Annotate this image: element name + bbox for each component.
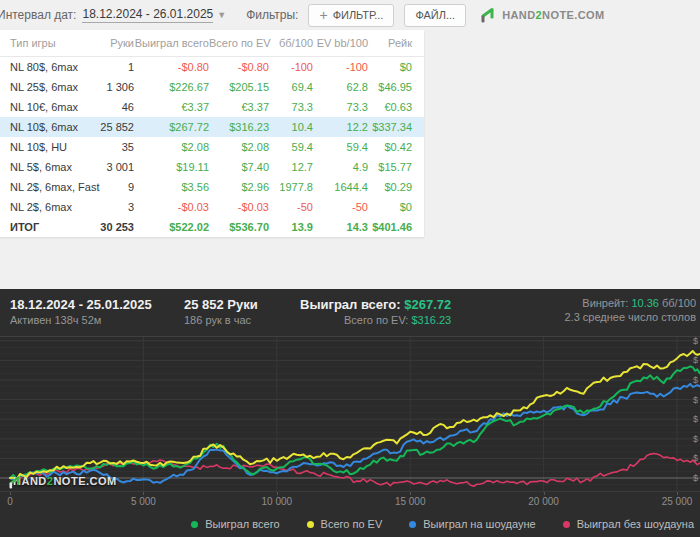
table-cell: 14.3 bbox=[313, 217, 368, 237]
legend-item[interactable]: Выиграл на шоудауне bbox=[409, 518, 535, 530]
table-cell: 1 bbox=[78, 57, 134, 77]
stats-table: Тип игрыРукиВыиграл всегоВсего по EVбб/1… bbox=[0, 30, 424, 237]
table-row[interactable]: NL 80$, 6max1-$0.80-$0.80-100-100$0 bbox=[0, 57, 424, 77]
table-cell: $267.72 bbox=[134, 117, 209, 137]
x-axis-label: 10 000 bbox=[262, 496, 293, 507]
column-header[interactable]: Выиграл всего bbox=[134, 30, 209, 56]
hand2note-logo[interactable]: HAND2NOTE.COM bbox=[480, 7, 604, 24]
table-cell: €3.37 bbox=[134, 97, 209, 117]
table-cell: NL 80$, 6max bbox=[0, 57, 78, 77]
table-cell: 1977.8 bbox=[269, 177, 313, 197]
svg-text:$: $ bbox=[693, 473, 698, 483]
top-toolbar: Интервал дат: 18.12.2024 - 26.01.2025 ▼ … bbox=[0, 0, 700, 30]
table-row[interactable]: NL 5$, 6max3 001$19.11$7.4012.74.9$15.77 bbox=[0, 157, 424, 177]
stats-table-rows: NL 80$, 6max1-$0.80-$0.80-100-100$0NL 25… bbox=[0, 57, 424, 237]
table-cell: -$0.80 bbox=[134, 57, 209, 77]
table-cell: $2.96 bbox=[209, 177, 269, 197]
table-cell: -50 bbox=[269, 197, 313, 217]
x-axis-label: 20 000 bbox=[528, 496, 559, 507]
column-header[interactable]: Всего по EV bbox=[209, 30, 269, 56]
session-date-range: 18.12.2024 - 25.01.2025 bbox=[10, 296, 168, 313]
table-row[interactable]: NL 2$, 6max, Fast9$3.56$2.961977.81644.4… bbox=[0, 177, 424, 197]
table-cell: 9 bbox=[78, 177, 134, 197]
chart-xaxis: 05 00010 00015 00020 00025 000 bbox=[0, 493, 700, 511]
column-header[interactable]: Руки bbox=[78, 30, 134, 56]
table-cell: $15.77 bbox=[368, 157, 424, 177]
stats-table-header: Тип игрыРукиВыиграл всегоВсего по EVбб/1… bbox=[0, 30, 424, 57]
legend-dot-icon bbox=[563, 521, 570, 528]
winrate-label: Винрейт: bbox=[582, 297, 628, 309]
x-axis-label: 15 000 bbox=[395, 496, 426, 507]
filters-label: Фильтры: bbox=[246, 8, 298, 22]
brand-text: HAND2NOTE.COM bbox=[502, 9, 604, 21]
legend-item[interactable]: Всего по EV bbox=[307, 518, 383, 530]
axis-tick bbox=[677, 492, 678, 495]
date-interval-dropdown[interactable]: 18.12.2024 - 26.01.2025 bbox=[82, 7, 213, 23]
legend-dot-icon bbox=[409, 521, 416, 528]
table-row[interactable]: NL 10€, 6max46€3.37€3.3773.373.3€0.63 bbox=[0, 97, 424, 117]
table-cell: $3.56 bbox=[134, 177, 209, 197]
winnings-block: Выиграл всего: $267.72 Всего по EV: $316… bbox=[300, 296, 451, 327]
ev-total-label: Всего по EV: bbox=[344, 314, 408, 326]
table-row[interactable]: NL 25$, 6max1 306$226.67$205.1569.462.8$… bbox=[0, 77, 424, 97]
x-axis-label: 25 000 bbox=[662, 496, 693, 507]
table-cell: $46.95 bbox=[368, 77, 424, 97]
table-cell: $205.15 bbox=[209, 77, 269, 97]
date-interval-label: Интервал дат: bbox=[0, 8, 76, 22]
ev-total-value: $316.23 bbox=[411, 314, 451, 326]
table-cell: 25 852 bbox=[78, 117, 134, 137]
table-total-row[interactable]: ИТОГ30 253$522.02$536.7013.914.3$401.46 bbox=[0, 217, 424, 237]
table-cell: NL 10$, 6max bbox=[0, 117, 78, 137]
table-cell: -$0.80 bbox=[209, 57, 269, 77]
watermark-text: HAND2NOTE.COM bbox=[13, 475, 117, 487]
hands-count: 25 852 Руки bbox=[184, 296, 276, 313]
x-axis-label: 0 bbox=[7, 496, 13, 507]
table-cell: €3.37 bbox=[209, 97, 269, 117]
table-row[interactable]: NL 10$, HU35$2.08$2.0859.459.4$0.42 bbox=[0, 137, 424, 157]
table-cell: NL 10$, HU bbox=[0, 137, 78, 157]
legend-item[interactable]: Выиграл без шоудауна bbox=[563, 518, 694, 530]
column-header[interactable]: бб/100 bbox=[269, 30, 313, 56]
legend-label: Всего по EV bbox=[321, 518, 383, 530]
hand2note-app: Интервал дат: 18.12.2024 - 26.01.2025 ▼ … bbox=[0, 0, 700, 537]
table-cell: $522.02 bbox=[134, 217, 209, 237]
table-cell: 12.7 bbox=[269, 157, 313, 177]
table-cell: 35 bbox=[78, 137, 134, 157]
chevron-down-icon[interactable]: ▼ bbox=[217, 10, 226, 20]
session-active-time: Активен 138ч 52м bbox=[10, 313, 168, 327]
table-cell: 30 253 bbox=[78, 217, 134, 237]
table-cell: 59.4 bbox=[313, 137, 368, 157]
table-cell: 46 bbox=[78, 97, 134, 117]
graph-panel-header: 18.12.2024 - 25.01.2025 Активен 138ч 52м… bbox=[0, 289, 700, 336]
column-header[interactable]: Тип игры bbox=[0, 30, 78, 56]
legend-label: Выиграл на шоудауне bbox=[423, 518, 535, 530]
winnings-plot-area[interactable]: $$$$$$$$$ HAND2NOTE.COM bbox=[0, 336, 700, 492]
column-header[interactable]: Рейк bbox=[368, 30, 424, 56]
legend-dot-icon bbox=[191, 521, 198, 528]
legend-item[interactable]: Выиграл всего bbox=[191, 518, 279, 530]
column-header[interactable]: EV bb/100 bbox=[313, 30, 368, 56]
table-cell: 1644.4 bbox=[313, 177, 368, 197]
winnings-chart: $$$$$$$$$ bbox=[0, 337, 700, 493]
table-row[interactable]: NL 2$, 6max3-$0.03-$0.03-50-50$0 bbox=[0, 197, 424, 217]
table-cell: 10.4 bbox=[269, 117, 313, 137]
hands-per-hour: 186 рук в час bbox=[184, 313, 276, 327]
svg-text:$: $ bbox=[693, 414, 698, 424]
table-cell: 3 001 bbox=[78, 157, 134, 177]
file-button[interactable]: ФАЙЛ... bbox=[404, 4, 466, 27]
add-filter-button[interactable]: + ФИЛЬТР... bbox=[308, 4, 394, 27]
axis-tick bbox=[277, 492, 278, 495]
table-cell: 69.4 bbox=[269, 77, 313, 97]
won-total-label: Выиграл всего: bbox=[300, 297, 401, 312]
table-cell: $401.46 bbox=[368, 217, 424, 237]
winrate-unit: бб/100 bbox=[662, 297, 696, 309]
table-cell: NL 10€, 6max bbox=[0, 97, 78, 117]
table-cell: NL 25$, 6max bbox=[0, 77, 78, 97]
axis-tick bbox=[143, 492, 144, 495]
table-row[interactable]: NL 10$, 6max25 852$267.72$316.2310.412.2… bbox=[0, 117, 424, 137]
table-cell: $0.29 bbox=[368, 177, 424, 197]
graph-panel: 18.12.2024 - 25.01.2025 Активен 138ч 52м… bbox=[0, 289, 700, 537]
table-cell: $536.70 bbox=[209, 217, 269, 237]
legend-dot-icon bbox=[307, 521, 314, 528]
watermark: HAND2NOTE.COM bbox=[8, 475, 117, 487]
